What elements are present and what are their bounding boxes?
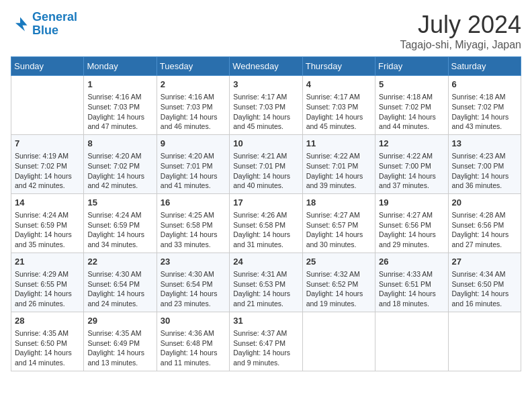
logo-line2: Blue — [32, 24, 58, 37]
calendar-week-row: 7Sunrise: 4:19 AM Sunset: 7:02 PM Daylig… — [11, 134, 521, 193]
day-number: 15 — [87, 197, 152, 209]
day-number: 26 — [379, 256, 444, 268]
svg-marker-0 — [15, 17, 28, 31]
day-number: 2 — [161, 79, 226, 91]
day-info: Sunrise: 4:35 AM Sunset: 6:49 PM Dayligh… — [87, 328, 152, 368]
day-number: 27 — [452, 256, 517, 268]
page-header: General Blue July 2024 Tagajo-shi, Miyag… — [11, 11, 521, 51]
day-info: Sunrise: 4:23 AM Sunset: 7:00 PM Dayligh… — [452, 151, 517, 191]
calendar-cell: 19Sunrise: 4:27 AM Sunset: 6:56 PM Dayli… — [375, 193, 448, 253]
calendar-cell: 15Sunrise: 4:24 AM Sunset: 6:59 PM Dayli… — [84, 193, 157, 253]
calendar-cell: 7Sunrise: 4:19 AM Sunset: 7:02 PM Daylig… — [11, 134, 84, 193]
calendar-cell: 25Sunrise: 4:32 AM Sunset: 6:52 PM Dayli… — [302, 253, 375, 312]
day-info: Sunrise: 4:27 AM Sunset: 6:57 PM Dayligh… — [306, 210, 371, 250]
day-info: Sunrise: 4:20 AM Sunset: 7:01 PM Dayligh… — [161, 151, 226, 191]
day-number: 17 — [233, 197, 298, 209]
day-number: 25 — [306, 256, 371, 268]
day-info: Sunrise: 4:17 AM Sunset: 7:03 PM Dayligh… — [306, 92, 371, 132]
weekday-header-thursday: Thursday — [302, 57, 375, 76]
day-info: Sunrise: 4:27 AM Sunset: 6:56 PM Dayligh… — [379, 210, 444, 250]
day-number: 5 — [379, 79, 444, 91]
calendar-cell: 17Sunrise: 4:26 AM Sunset: 6:58 PM Dayli… — [230, 193, 302, 253]
calendar-cell: 20Sunrise: 4:28 AM Sunset: 6:56 PM Dayli… — [448, 193, 521, 253]
day-number: 10 — [233, 138, 298, 150]
calendar-cell: 26Sunrise: 4:33 AM Sunset: 6:51 PM Dayli… — [375, 253, 448, 312]
day-number: 22 — [87, 256, 152, 268]
weekday-header-row: SundayMondayTuesdayWednesdayThursdayFrid… — [11, 57, 521, 76]
day-number: 3 — [233, 79, 298, 91]
calendar-cell: 22Sunrise: 4:30 AM Sunset: 6:54 PM Dayli… — [84, 253, 157, 312]
calendar-header: SundayMondayTuesdayWednesdayThursdayFrid… — [11, 57, 521, 76]
day-info: Sunrise: 4:29 AM Sunset: 6:55 PM Dayligh… — [15, 269, 80, 309]
calendar-cell: 27Sunrise: 4:34 AM Sunset: 6:50 PM Dayli… — [448, 253, 521, 312]
calendar-cell: 10Sunrise: 4:21 AM Sunset: 7:01 PM Dayli… — [230, 134, 302, 193]
day-info: Sunrise: 4:19 AM Sunset: 7:02 PM Dayligh… — [15, 151, 80, 191]
day-info: Sunrise: 4:37 AM Sunset: 6:47 PM Dayligh… — [233, 328, 298, 368]
calendar-table: SundayMondayTuesdayWednesdayThursdayFrid… — [11, 56, 521, 371]
calendar-cell: 6Sunrise: 4:18 AM Sunset: 7:02 PM Daylig… — [448, 76, 521, 135]
day-number: 28 — [15, 315, 80, 327]
calendar-body: 1Sunrise: 4:16 AM Sunset: 7:03 PM Daylig… — [11, 76, 521, 371]
weekday-header-monday: Monday — [84, 57, 157, 76]
day-number: 7 — [15, 138, 80, 150]
calendar-cell: 23Sunrise: 4:30 AM Sunset: 6:54 PM Dayli… — [157, 253, 229, 312]
calendar-cell: 11Sunrise: 4:22 AM Sunset: 7:01 PM Dayli… — [302, 134, 375, 193]
day-number: 13 — [452, 138, 517, 150]
calendar-week-row: 14Sunrise: 4:24 AM Sunset: 6:59 PM Dayli… — [11, 193, 521, 253]
weekday-header-wednesday: Wednesday — [230, 57, 302, 76]
day-info: Sunrise: 4:35 AM Sunset: 6:50 PM Dayligh… — [15, 328, 80, 368]
weekday-header-friday: Friday — [375, 57, 448, 76]
day-info: Sunrise: 4:18 AM Sunset: 7:02 PM Dayligh… — [379, 92, 444, 132]
calendar-cell: 30Sunrise: 4:36 AM Sunset: 6:48 PM Dayli… — [157, 312, 229, 371]
day-info: Sunrise: 4:30 AM Sunset: 6:54 PM Dayligh… — [87, 269, 152, 309]
day-info: Sunrise: 4:24 AM Sunset: 6:59 PM Dayligh… — [87, 210, 152, 250]
weekday-header-tuesday: Tuesday — [157, 57, 229, 76]
day-info: Sunrise: 4:36 AM Sunset: 6:48 PM Dayligh… — [161, 328, 226, 368]
day-number: 20 — [452, 197, 517, 209]
calendar-cell: 9Sunrise: 4:20 AM Sunset: 7:01 PM Daylig… — [157, 134, 229, 193]
day-info: Sunrise: 4:22 AM Sunset: 7:00 PM Dayligh… — [379, 151, 444, 191]
day-info: Sunrise: 4:16 AM Sunset: 7:03 PM Dayligh… — [161, 92, 226, 132]
day-info: Sunrise: 4:31 AM Sunset: 6:53 PM Dayligh… — [233, 269, 298, 309]
weekday-header-sunday: Sunday — [11, 57, 84, 76]
day-info: Sunrise: 4:28 AM Sunset: 6:56 PM Dayligh… — [452, 210, 517, 250]
day-number: 30 — [161, 315, 226, 327]
logo-line1: General — [32, 10, 77, 24]
calendar-cell: 13Sunrise: 4:23 AM Sunset: 7:00 PM Dayli… — [448, 134, 521, 193]
day-number: 14 — [15, 197, 80, 209]
day-number: 6 — [452, 79, 517, 91]
day-number: 11 — [306, 138, 371, 150]
day-info: Sunrise: 4:34 AM Sunset: 6:50 PM Dayligh… — [452, 269, 517, 309]
day-info: Sunrise: 4:18 AM Sunset: 7:02 PM Dayligh… — [452, 92, 517, 132]
calendar-cell: 29Sunrise: 4:35 AM Sunset: 6:49 PM Dayli… — [84, 312, 157, 371]
day-info: Sunrise: 4:16 AM Sunset: 7:03 PM Dayligh… — [87, 92, 152, 132]
day-info: Sunrise: 4:24 AM Sunset: 6:59 PM Dayligh… — [15, 210, 80, 250]
day-info: Sunrise: 4:20 AM Sunset: 7:02 PM Dayligh… — [87, 151, 152, 191]
title-block: July 2024 Tagajo-shi, Miyagi, Japan — [400, 11, 521, 51]
calendar-week-row: 21Sunrise: 4:29 AM Sunset: 6:55 PM Dayli… — [11, 253, 521, 312]
day-number: 29 — [87, 315, 152, 327]
calendar-cell: 16Sunrise: 4:25 AM Sunset: 6:58 PM Dayli… — [157, 193, 229, 253]
day-number: 1 — [87, 79, 152, 91]
day-number: 21 — [15, 256, 80, 268]
day-number: 24 — [233, 256, 298, 268]
day-info: Sunrise: 4:32 AM Sunset: 6:52 PM Dayligh… — [306, 269, 371, 309]
day-number: 4 — [306, 79, 371, 91]
calendar-cell — [375, 312, 448, 371]
calendar-subtitle: Tagajo-shi, Miyagi, Japan — [400, 39, 521, 51]
calendar-cell — [11, 76, 84, 135]
day-info: Sunrise: 4:22 AM Sunset: 7:01 PM Dayligh… — [306, 151, 371, 191]
calendar-title: July 2024 — [400, 11, 521, 39]
calendar-cell: 1Sunrise: 4:16 AM Sunset: 7:03 PM Daylig… — [84, 76, 157, 135]
calendar-cell: 21Sunrise: 4:29 AM Sunset: 6:55 PM Dayli… — [11, 253, 84, 312]
day-number: 31 — [233, 315, 298, 327]
calendar-cell: 12Sunrise: 4:22 AM Sunset: 7:00 PM Dayli… — [375, 134, 448, 193]
calendar-cell — [302, 312, 375, 371]
day-info: Sunrise: 4:26 AM Sunset: 6:58 PM Dayligh… — [233, 210, 298, 250]
calendar-cell: 28Sunrise: 4:35 AM Sunset: 6:50 PM Dayli… — [11, 312, 84, 371]
day-info: Sunrise: 4:30 AM Sunset: 6:54 PM Dayligh… — [161, 269, 226, 309]
calendar-week-row: 1Sunrise: 4:16 AM Sunset: 7:03 PM Daylig… — [11, 76, 521, 135]
weekday-header-saturday: Saturday — [448, 57, 521, 76]
day-number: 18 — [306, 197, 371, 209]
calendar-cell — [448, 312, 521, 371]
